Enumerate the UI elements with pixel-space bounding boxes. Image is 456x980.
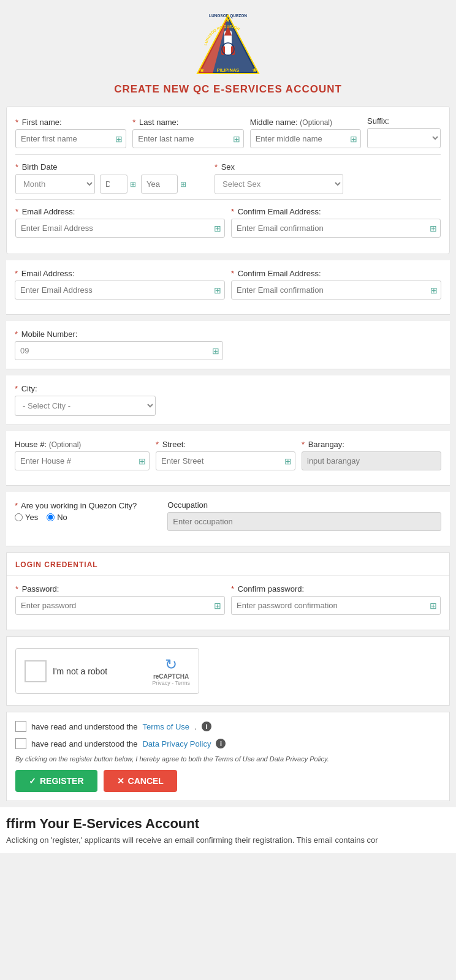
middle-name-input[interactable]: [250, 129, 361, 148]
cancel-button[interactable]: ✕ CANCEL: [104, 770, 177, 792]
confirm-password-group: * Confirm password: ⊞: [231, 584, 441, 615]
birth-sex-row: * Birth Date Month JanuaryFebruaryMarch …: [15, 162, 441, 194]
email1-input-wrapper: ⊞: [15, 219, 225, 238]
city-select[interactable]: - Select City - Quezon City: [15, 396, 156, 416]
password-group: * Password: ⊞: [15, 584, 225, 615]
confirm-email1-input[interactable]: [231, 219, 441, 238]
birth-date-label: * Birth Date: [15, 162, 186, 172]
email-row-1: * Email Address: ⊞ * Confirm Email Addre…: [15, 207, 441, 238]
birth-year-input[interactable]: [141, 175, 178, 194]
first-name-input[interactable]: [15, 129, 126, 148]
recaptcha-widget[interactable]: I'm not a robot ↻ reCAPTCHA Privacy - Te…: [15, 648, 199, 694]
last-name-group: * Last name: ⊞: [132, 118, 243, 148]
confirm-email1-input-wrapper: ⊞: [231, 219, 441, 238]
email2-input[interactable]: [15, 281, 225, 300]
tos-row: have read and understood the Terms of Us…: [15, 721, 441, 732]
yes-radio-label[interactable]: Yes: [15, 513, 38, 522]
confirm-email2-label: * Confirm Email Address:: [231, 269, 441, 278]
confirm-password-input[interactable]: [231, 596, 441, 615]
email1-label: * Email Address:: [15, 207, 225, 216]
last-name-label: * Last name:: [132, 118, 243, 127]
recaptcha-checkbox[interactable]: [25, 660, 47, 682]
privacy-text: have read and understood the: [31, 739, 137, 748]
name-section: * First name: ⊞ * Last name: ⊞: [6, 106, 450, 254]
house-input[interactable]: [15, 451, 150, 470]
tos-info-icon[interactable]: i: [202, 722, 211, 731]
confirm-body: Aclicking on 'register,' applicants will…: [6, 835, 450, 845]
confirm-title: ffirm Your E-Services Account: [6, 816, 450, 832]
password-input[interactable]: [15, 596, 225, 615]
privacy-link[interactable]: Data Privacy Policy: [142, 739, 211, 748]
confirm-password-label: * Confirm password:: [231, 584, 441, 594]
confirm-email2-input[interactable]: [231, 281, 441, 300]
working-label: * Are you working in Quezon City?: [15, 501, 137, 510]
register-button[interactable]: ✓ REGISTER: [15, 770, 97, 792]
recaptcha-section: I'm not a robot ↻ reCAPTCHA Privacy - Te…: [6, 636, 450, 706]
birth-year-icon: ⊞: [180, 180, 186, 189]
suffix-label: Suffix:: [367, 116, 441, 126]
privacy-row: have read and understood the Data Privac…: [15, 738, 441, 749]
password-input-wrapper: ⊞: [15, 596, 225, 615]
suffix-select[interactable]: Jr. Sr. II III: [367, 128, 441, 148]
city-section: * City: - Select City - Quezon City: [6, 375, 450, 425]
login-credential-title: LOGIN CREDENTIAL: [15, 560, 98, 569]
radio-group: Yes No: [15, 513, 137, 522]
house-group: House #: (Optional) ⊞: [15, 440, 150, 470]
login-credential-header: LOGIN CREDENTIAL: [7, 553, 449, 576]
name-divider: [15, 154, 441, 155]
barangay-input-wrapper: [302, 451, 441, 470]
address-row: House #: (Optional) ⊞ * Street: ⊞: [15, 440, 441, 470]
work-section: * Are you working in Quezon City? Yes No: [6, 492, 450, 546]
recaptcha-label: I'm not a robot: [53, 666, 107, 676]
occupation-label: Occupation: [167, 500, 441, 510]
email1-input[interactable]: [15, 219, 225, 238]
birth-date-inputs: Month JanuaryFebruaryMarch AprilMayJune …: [15, 174, 186, 194]
email2-label: * Email Address:: [15, 269, 225, 278]
login-credential-card: LOGIN CREDENTIAL * Password: ⊞ *: [6, 552, 450, 630]
confirm-email1-label: * Confirm Email Address:: [231, 207, 441, 216]
svg-text:PILIPINAS: PILIPINAS: [217, 67, 240, 73]
password-row: * Password: ⊞ * Confirm password:: [15, 584, 441, 615]
first-name-input-wrapper: ⊞: [15, 129, 126, 148]
occupation-input: [167, 512, 441, 531]
suffix-group: Suffix: Jr. Sr. II III: [367, 116, 441, 148]
mobile-group: * Mobile Number: ⊞: [15, 330, 223, 360]
logo-container: ★ ★ ★ LUNGSOD QUEZON LUNGSOD NG QUEZON P…: [0, 12, 456, 80]
tos-period: .: [194, 722, 197, 731]
email-section-2: * Email Address: ⊞ * Confirm Email Addre…: [6, 260, 450, 315]
button-row: ✓ REGISTER ✕ CANCEL: [15, 770, 441, 792]
birth-day-wrapper: ⊞: [100, 175, 136, 194]
city-group: * City: - Select City - Quezon City: [15, 384, 156, 416]
cancel-x-icon: ✕: [117, 776, 124, 786]
privacy-info-icon[interactable]: i: [216, 739, 226, 748]
yes-radio[interactable]: [15, 513, 23, 521]
tos-link[interactable]: Terms of Use: [142, 722, 189, 731]
sex-group: * Sex Select Sex Male Female: [215, 162, 343, 194]
tos-checkbox[interactable]: [15, 721, 26, 732]
last-name-input[interactable]: [132, 129, 243, 148]
page-title: CREATE NEW QC E-SERVICES ACCOUNT: [0, 83, 456, 96]
privacy-checkbox[interactable]: [15, 738, 26, 749]
mobile-label: * Mobile Number:: [15, 330, 223, 339]
birth-day-input[interactable]: [100, 175, 127, 194]
middle-name-input-wrapper: ⊞: [250, 129, 361, 148]
mobile-input-wrapper: ⊞: [15, 341, 223, 360]
work-row: * Are you working in Quezon City? Yes No: [15, 500, 441, 531]
email2-group: * Email Address: ⊞: [15, 269, 225, 300]
street-input[interactable]: [156, 451, 295, 470]
street-group: * Street: ⊞: [156, 440, 295, 470]
last-name-input-wrapper: ⊞: [132, 129, 243, 148]
birth-date-group: * Birth Date Month JanuaryFebruaryMarch …: [15, 162, 186, 194]
house-input-wrapper: ⊞: [15, 451, 150, 470]
confirm-password-input-wrapper: ⊞: [231, 596, 441, 615]
email1-group: * Email Address: ⊞: [15, 207, 225, 238]
no-radio[interactable]: [47, 513, 55, 521]
first-name-label: * First name:: [15, 118, 126, 127]
page-wrapper: ★ ★ ★ LUNGSOD QUEZON LUNGSOD NG QUEZON P…: [0, 0, 456, 865]
street-input-wrapper: ⊞: [156, 451, 295, 470]
birth-month-select[interactable]: Month JanuaryFebruaryMarch AprilMayJune …: [15, 174, 95, 194]
barangay-input: [302, 451, 441, 470]
mobile-input[interactable]: [15, 341, 223, 360]
sex-select[interactable]: Select Sex Male Female: [215, 174, 343, 194]
no-radio-label[interactable]: No: [47, 513, 67, 522]
